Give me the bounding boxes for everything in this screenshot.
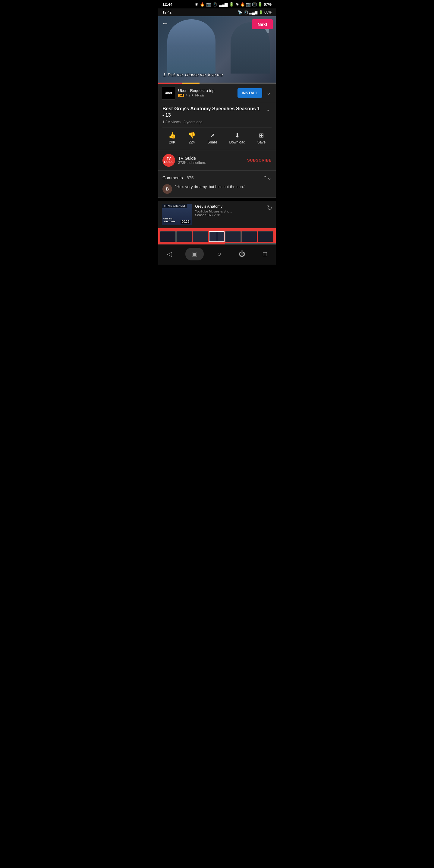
uber-logo: Uber (162, 86, 175, 99)
rec-channel: YouTube Movies & Sho... (195, 210, 264, 213)
time-badge: 00:22 (181, 220, 190, 224)
sun-icon: ☀ (195, 2, 198, 7)
save-button[interactable]: ⊞ Save (257, 132, 266, 144)
video-progress-bar[interactable] (158, 83, 276, 84)
progress-red (158, 83, 182, 84)
ad-chevron-icon[interactable]: ⌄ (265, 90, 272, 96)
action-row: 👍 20K 👎 224 ↗ Share ⬇ Download ⊞ Save (162, 127, 272, 147)
rec-more-icon[interactable]: ↻ (267, 204, 272, 212)
nav-home-button[interactable]: ○ (213, 248, 225, 260)
back-button[interactable]: ← (162, 19, 168, 27)
progress-rest (199, 83, 276, 84)
ad-rating: 4.2 ★ FREE (186, 93, 204, 97)
video-info-section: Best Grey's Anatomy Speeches Seasons 1 -… (158, 102, 276, 150)
nav-square-button[interactable]: □ (259, 248, 271, 260)
scrub-row (158, 230, 276, 243)
battery-icon: 🔋 (229, 2, 234, 7)
dislike-count: 224 (189, 140, 195, 144)
inner-signal-icon: ▂▄▆ (249, 10, 257, 14)
progress-yellow (182, 83, 199, 84)
scrub-frame-3 (193, 231, 208, 242)
install-button[interactable]: INSTALL (238, 88, 262, 98)
doctor-body-right (230, 22, 270, 73)
inner-status-bar: 12:42 📡 📳 ▂▄▆ 🔋 68% (158, 8, 276, 16)
cast-icon: 📡 (238, 10, 242, 14)
save-icon: ⊞ (259, 132, 264, 139)
outer-status-bar: 12:44 ☀ 🔥 📷 📳 ▂▄▆ 🔋 ☀ 🔥 📷 📳 🔋 67% (158, 0, 276, 8)
scrub-frame-active (209, 231, 224, 242)
signal-icon: ▂▄▆ (219, 2, 227, 7)
save-label: Save (257, 140, 266, 144)
channel-info: TV Guide 373K subscribers (178, 156, 247, 165)
next-button[interactable]: Next (252, 19, 273, 29)
comments-title: Comments (162, 176, 183, 180)
outer-status-icons: ☀ 🔥 📷 📳 ▂▄▆ 🔋 ☀ 🔥 📷 📳 🔋 67% (195, 2, 272, 7)
video-subtitle: 1. Pick me, choose me, love me (158, 72, 276, 77)
inner-battery-percent: 68% (264, 10, 272, 14)
recommended-card[interactable]: 13.9s selected GREY'SANATOMY 00:22 Grey'… (158, 201, 276, 228)
ad-sub: Ad 4.2 ★ FREE (178, 93, 235, 97)
comments-title-group: Comments 875 (162, 175, 194, 181)
video-player[interactable]: ← Next 1. Pick me, choose me, love me (158, 16, 276, 83)
inner-status-icons: 📡 📳 ▂▄▆ 🔋 68% (238, 10, 272, 14)
comment-avatar: B (162, 184, 172, 194)
comment-item: B "He's very dreamy, but he's not the su… (162, 184, 272, 194)
rec-title: Grey's Anatomy (195, 204, 264, 209)
scrub-progress-fill (158, 243, 223, 244)
scrub-progress-thumb (221, 242, 225, 244)
outer-time: 12:44 (162, 2, 173, 7)
scrub-frame-2 (176, 231, 192, 242)
like-button[interactable]: 👍 20K (168, 132, 176, 144)
scrub-frame-6 (241, 231, 257, 242)
scrub-timeline[interactable] (158, 228, 276, 244)
like-count: 20K (169, 140, 176, 144)
scrub-progress-bar[interactable] (158, 243, 276, 244)
share-button[interactable]: ↗ Share (208, 132, 217, 144)
inner-battery-icon: 🔋 (258, 10, 263, 14)
title-chevron-icon[interactable]: ⌄ (265, 106, 272, 113)
channel-subs: 373K subscribers (178, 161, 247, 165)
scrub-position-line (217, 232, 217, 241)
thumbs-down-icon: 👎 (188, 132, 195, 139)
comments-count: 875 (187, 176, 193, 180)
share-label: Share (208, 140, 217, 144)
download-label: Download (229, 140, 245, 144)
channel-row: TVGUIDE TV Guide 373K subscribers SUBSCR… (158, 150, 276, 170)
download-button[interactable]: ⬇ Download (229, 132, 245, 144)
video-meta: 1.3M views · 3 years ago (162, 120, 272, 124)
battery-percent: ☀ 🔥 📷 📳 🔋 67% (236, 2, 272, 7)
share-icon: ↗ (210, 132, 215, 139)
comments-expand-icon[interactable]: ⌃⌄ (262, 175, 272, 181)
camera-icon: 📷 (206, 2, 211, 7)
channel-avatar-text: TVGUIDE (164, 157, 174, 164)
comments-section: Comments 875 ⌃⌄ B "He's very dreamy, but… (158, 170, 276, 197)
ad-title: Uber - Request a trip (178, 88, 235, 93)
video-title-row: Best Grey's Anatomy Speeches Seasons 1 -… (162, 106, 272, 119)
comment-text: "He's very dreamy, but he's not the sun.… (175, 184, 245, 190)
inner-vibrate-icon: 📳 (244, 10, 248, 14)
thumb-text: GREY'SANATOMY (163, 217, 176, 223)
selected-label: 13.9s selected (162, 204, 187, 208)
scrub-frame-7 (258, 231, 273, 242)
video-title: Best Grey's Anatomy Speeches Seasons 1 -… (162, 106, 265, 119)
subscribe-button[interactable]: SUBSCRIBE (247, 158, 272, 162)
ad-banner: Uber Uber - Request a trip Ad 4.2 ★ FREE… (158, 84, 276, 102)
scrub-frame-1 (160, 231, 176, 242)
divider-3 (158, 197, 276, 198)
nav-back-button[interactable]: ◁ (163, 248, 176, 260)
channel-avatar: TVGUIDE (162, 154, 175, 167)
inner-time: 12:42 (162, 10, 172, 14)
fire-icon: 🔥 (200, 2, 205, 7)
thumbs-up-icon: 👍 (168, 132, 176, 139)
download-icon: ⬇ (235, 132, 240, 139)
rec-info: Grey's Anatomy YouTube Movies & Sho... S… (195, 204, 264, 217)
dislike-button[interactable]: 👎 224 (188, 132, 195, 144)
rec-meta: Season 16 • 2019 (195, 213, 264, 217)
scrub-frame-5 (225, 231, 241, 242)
vibrate-icon: 📳 (213, 2, 217, 7)
nav-power-button[interactable]: ⏻ (235, 248, 250, 260)
nav-bar: ◁ ▣ ○ ⏻ □ (158, 244, 276, 265)
channel-name: TV Guide (178, 156, 247, 161)
nav-recents-button[interactable]: ▣ (185, 248, 204, 260)
ad-info: Uber - Request a trip Ad 4.2 ★ FREE (178, 88, 235, 97)
